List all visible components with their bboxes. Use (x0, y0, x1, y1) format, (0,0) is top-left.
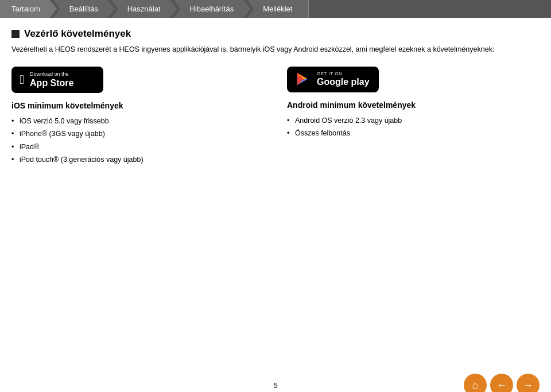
list-item: Összes felbontás (287, 127, 540, 140)
title-icon (11, 30, 20, 38)
ios-section-title: iOS minimum követelmények (11, 101, 264, 110)
ios-column:  Download on the App Store iOS minimum … (11, 67, 264, 166)
tab-hibaelharitas[interactable]: Hibaelhárítás (174, 0, 251, 18)
appstore-badge-main: App Store (30, 77, 73, 88)
navigation-tabs: Tartalom Beállítás Használat Hibaelhárít… (0, 0, 551, 18)
page-title-text: Vezérlő követelmények (24, 28, 131, 40)
ios-requirements-list: iOS verzió 5.0 vagy frissebb iPhone® (3G… (11, 115, 264, 166)
page-title: Vezérlő követelmények (11, 28, 540, 40)
nav-buttons: ⌂ ← → (464, 374, 540, 392)
forward-button[interactable]: → (517, 374, 540, 392)
list-item: iPad® (11, 141, 264, 154)
intro-text: Vezérelheti a HEOS rendszerét a HEOS ing… (11, 44, 540, 55)
googleplay-icon (295, 71, 311, 87)
list-item: iPod touch® (3.generációs vagy újabb) (11, 153, 264, 166)
android-column: GET IT ON Google play Android minimum kö… (287, 67, 540, 166)
home-button[interactable]: ⌂ (464, 374, 487, 392)
android-section-title: Android minimum követelmények (287, 100, 540, 110)
tab-tartalom[interactable]: Tartalom (0, 0, 57, 18)
page-number: 5 (273, 381, 277, 390)
list-item: iPhone® (3GS vagy újabb) (11, 127, 264, 141)
two-column-layout:  Download on the App Store iOS minimum … (11, 67, 540, 166)
appstore-badge-text: Download on the App Store (30, 71, 73, 88)
tab-melleklet[interactable]: Melléklet (247, 0, 309, 18)
googleplay-badge-main: Google play (317, 76, 370, 87)
list-item: Android OS verzió 2.3 vagy újabb (287, 114, 540, 127)
main-content: Vezérlő követelmények Vezérelheti a HEOS… (0, 18, 551, 201)
googleplay-badge-text: GET IT ON Google play (317, 71, 370, 88)
tab-beallitas[interactable]: Beállítás (53, 0, 115, 18)
list-item: iOS verzió 5.0 vagy frissebb (11, 115, 264, 128)
back-button[interactable]: ← (490, 374, 513, 392)
apple-icon:  (20, 72, 24, 87)
android-requirements-list: Android OS verzió 2.3 vagy újabb Összes … (287, 114, 540, 140)
googleplay-badge-top: GET IT ON (317, 71, 370, 77)
appstore-badge-top: Download on the (30, 71, 73, 77)
appstore-badge[interactable]:  Download on the App Store (11, 67, 103, 93)
tab-hasznalat[interactable]: Használat (111, 0, 177, 18)
googleplay-badge[interactable]: GET IT ON Google play (287, 67, 379, 92)
